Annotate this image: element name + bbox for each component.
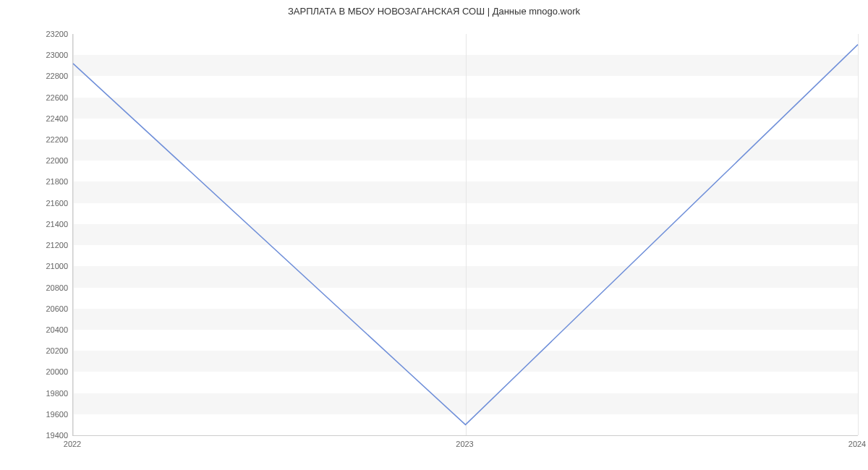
y-tick-label: 22200: [38, 135, 68, 144]
x-tick-label: 2024: [848, 440, 866, 448]
chart-title: ЗАРПЛАТА В МБОУ НОВОЗАГАНСКАЯ СОШ | Данн…: [0, 6, 868, 17]
y-tick-label: 21800: [38, 177, 68, 186]
x-tick-label: 2023: [456, 440, 473, 448]
x-tick-label: 2022: [64, 440, 81, 448]
y-tick-label: 23000: [38, 51, 68, 59]
x-grid-line: [858, 34, 859, 435]
y-tick-label: 21400: [38, 220, 68, 228]
y-tick-label: 20600: [38, 304, 68, 313]
chart-line-svg: [73, 34, 858, 435]
y-tick-label: 20000: [38, 367, 68, 376]
data-line: [73, 45, 858, 425]
y-tick-label: 20400: [38, 325, 68, 334]
y-tick-label: 22600: [38, 93, 68, 102]
y-tick-label: 21000: [38, 262, 68, 270]
y-tick-label: 22800: [38, 72, 68, 80]
y-tick-label: 22400: [38, 114, 68, 123]
plot-area: [72, 34, 858, 436]
y-tick-label: 23200: [38, 30, 68, 38]
y-tick-label: 20800: [38, 283, 68, 292]
y-tick-label: 19400: [38, 431, 68, 440]
y-tick-label: 21200: [38, 241, 68, 249]
y-tick-label: 22000: [38, 156, 68, 165]
y-tick-label: 19800: [38, 389, 68, 398]
y-tick-label: 19600: [38, 410, 68, 419]
chart-container: ЗАРПЛАТА В МБОУ НОВОЗАГАНСКАЯ СОШ | Данн…: [0, 0, 868, 470]
y-tick-label: 20200: [38, 346, 68, 355]
y-tick-label: 21600: [38, 199, 68, 208]
